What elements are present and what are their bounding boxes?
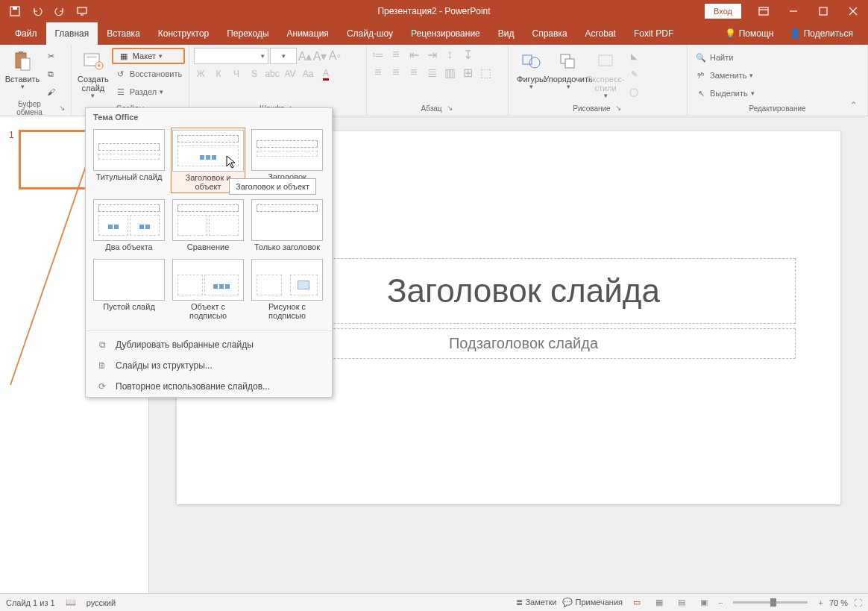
spellcheck-button[interactable]: 📖 bbox=[66, 598, 76, 607]
minimize-button[interactable] bbox=[779, 0, 808, 22]
shape-fill-button[interactable]: ◣ bbox=[625, 48, 643, 64]
zoom-slider[interactable] bbox=[733, 601, 808, 604]
close-button[interactable] bbox=[838, 0, 868, 22]
convert-smartart-button[interactable]: ⬚ bbox=[479, 66, 492, 79]
font-size-select[interactable]: ▾ bbox=[270, 48, 297, 64]
zoom-in-button[interactable]: + bbox=[818, 598, 823, 607]
comments-button[interactable]: 💬 Примечания bbox=[562, 598, 623, 607]
italic-button[interactable]: К bbox=[212, 67, 225, 81]
columns-button[interactable]: ▥ bbox=[443, 66, 456, 79]
view-sorter-button[interactable]: ▦ bbox=[651, 596, 667, 610]
share-button[interactable]: 👤 Поделиться bbox=[784, 28, 859, 39]
layout-button[interactable]: ▦Макет▾ bbox=[112, 48, 185, 64]
strike-button[interactable]: abc bbox=[265, 67, 279, 81]
spacing-button[interactable]: AV bbox=[283, 67, 297, 81]
view-slideshow-button[interactable]: ▣ bbox=[696, 596, 712, 610]
shape-outline-button[interactable]: ✎ bbox=[625, 66, 643, 82]
reset-button[interactable]: ↺Восстановить bbox=[112, 66, 185, 82]
tab-slideshow[interactable]: Слайд-шоу bbox=[338, 22, 402, 45]
tell-me-button[interactable]: 💡 Помощн bbox=[719, 28, 779, 39]
login-button[interactable]: Вход bbox=[705, 4, 741, 19]
indent-dec-button[interactable]: ⇤ bbox=[407, 48, 421, 61]
tab-insert[interactable]: Вставка bbox=[98, 22, 149, 45]
clipboard-launcher[interactable]: ↘ bbox=[57, 104, 66, 113]
menu-reuse-slides[interactable]: ⟳Повторное использование слайдов... bbox=[86, 376, 332, 397]
line-spacing-button[interactable]: ↕ bbox=[443, 48, 456, 61]
justify-button[interactable]: ≣ bbox=[425, 66, 438, 79]
increase-font-button[interactable]: A▴ bbox=[298, 49, 312, 63]
layout-picture-with-caption[interactable]: Рисунок с подписью bbox=[250, 257, 324, 322]
title-placeholder[interactable]: Заголовок слайда bbox=[251, 258, 796, 324]
section-button[interactable]: ☰Раздел▾ bbox=[112, 84, 185, 100]
tab-view[interactable]: Вид bbox=[489, 22, 523, 45]
fit-to-window-button[interactable]: ⛶ bbox=[854, 598, 862, 607]
view-reading-button[interactable]: ▤ bbox=[673, 596, 690, 610]
zoom-out-button[interactable]: − bbox=[718, 598, 723, 607]
maximize-button[interactable] bbox=[808, 0, 838, 22]
start-slideshow-button[interactable] bbox=[72, 1, 92, 22]
subtitle-placeholder[interactable]: Подзаголовок слайда bbox=[251, 328, 796, 359]
copy-button[interactable]: ⧉ bbox=[42, 66, 60, 82]
layout-title-slide[interactable]: Титульный слайд bbox=[92, 128, 166, 193]
select-button[interactable]: ↖Выделить▾ bbox=[692, 85, 863, 101]
align-center-button[interactable]: ≡ bbox=[389, 66, 403, 79]
clear-format-button[interactable]: A◦ bbox=[328, 49, 342, 63]
tab-home[interactable]: Главная bbox=[46, 22, 98, 45]
arrange-button[interactable]: Упорядочить▾ bbox=[550, 48, 586, 101]
svg-rect-7 bbox=[21, 58, 30, 70]
underline-button[interactable]: Ч bbox=[230, 67, 243, 81]
language-button[interactable]: русский bbox=[87, 598, 116, 607]
slide-counter[interactable]: Слайд 1 из 1 bbox=[6, 598, 55, 607]
tab-foxit[interactable]: Foxit PDF bbox=[625, 22, 682, 45]
group-paragraph: ≔ ≡ ⇤ ⇥ ↕ ↧ ≡ ≡ ≡ ≣ ▥ ⊞ ⬚ Абзац↘ bbox=[367, 45, 509, 116]
align-right-button[interactable]: ≡ bbox=[407, 66, 421, 79]
svg-rect-16 bbox=[599, 55, 612, 66]
shape-effects-button[interactable]: ◯ bbox=[625, 84, 643, 100]
numbering-button[interactable]: ≡ bbox=[389, 48, 403, 61]
tab-review[interactable]: Рецензирование bbox=[402, 22, 489, 45]
align-left-button[interactable]: ≡ bbox=[371, 66, 385, 79]
decrease-font-button[interactable]: A▾ bbox=[313, 49, 327, 63]
indent-inc-button[interactable]: ⇥ bbox=[425, 48, 438, 61]
bold-button[interactable]: Ж bbox=[194, 67, 207, 81]
bullets-button[interactable]: ≔ bbox=[371, 48, 385, 61]
layout-two-content[interactable]: Два объекта bbox=[92, 198, 166, 253]
menu-duplicate-slides[interactable]: ⧉Дублировать выбранные слайды bbox=[86, 334, 332, 355]
drawing-launcher[interactable]: ↘ bbox=[614, 104, 623, 113]
ribbon-display-options-button[interactable] bbox=[749, 0, 779, 22]
layout-title-only[interactable]: Только заголовок bbox=[250, 198, 324, 253]
find-button[interactable]: 🔍Найти bbox=[692, 49, 863, 66]
group-clipboard: Вставить▾ ✂ ⧉ 🖌 Буфер обмена↘ bbox=[0, 45, 72, 116]
menu-slides-from-outline[interactable]: 🗎Слайды из структуры... bbox=[86, 355, 332, 376]
layout-blank[interactable]: Пустой слайд bbox=[92, 257, 166, 322]
tab-help[interactable]: Справка bbox=[523, 22, 576, 45]
font-color-button[interactable]: A bbox=[319, 67, 333, 81]
align-text-button[interactable]: ⊞ bbox=[461, 66, 474, 79]
replace-button[interactable]: ᵃ⁄ᵇЗаменить▾ bbox=[692, 67, 863, 84]
undo-button[interactable] bbox=[27, 1, 48, 22]
notes-button[interactable]: ≣ Заметки bbox=[516, 598, 556, 607]
view-normal-button[interactable]: ▭ bbox=[629, 596, 645, 610]
format-painter-button[interactable]: 🖌 bbox=[42, 84, 60, 100]
tab-design[interactable]: Конструктор bbox=[149, 22, 218, 45]
quick-styles-button[interactable]: Экспресс- стили▾ bbox=[588, 48, 623, 101]
tab-file[interactable]: Файл bbox=[6, 22, 46, 45]
cut-button[interactable]: ✂ bbox=[42, 48, 60, 64]
new-slide-button[interactable]: ✶ Создать слайд▾ bbox=[76, 48, 110, 101]
font-family-select[interactable]: ▾ bbox=[194, 48, 268, 64]
paste-button[interactable]: Вставить▾ bbox=[4, 48, 40, 100]
svg-rect-6 bbox=[19, 51, 23, 54]
zoom-level[interactable]: 70 % bbox=[829, 598, 848, 607]
tab-animations[interactable]: Анимация bbox=[278, 22, 338, 45]
save-button[interactable] bbox=[4, 1, 25, 22]
text-direction-button[interactable]: ↧ bbox=[461, 48, 474, 61]
layout-content-with-caption[interactable]: Объект с подписью bbox=[171, 257, 245, 322]
shadow-button[interactable]: S bbox=[248, 67, 261, 81]
paragraph-launcher[interactable]: ↘ bbox=[445, 104, 454, 113]
layout-comparison[interactable]: Сравнение bbox=[171, 198, 245, 253]
tab-acrobat[interactable]: Acrobat bbox=[576, 22, 625, 45]
case-button[interactable]: Aa bbox=[301, 67, 315, 81]
redo-button[interactable] bbox=[49, 1, 70, 22]
tab-transitions[interactable]: Переходы bbox=[218, 22, 277, 45]
collapse-ribbon-button[interactable]: ˆ bbox=[852, 101, 864, 113]
